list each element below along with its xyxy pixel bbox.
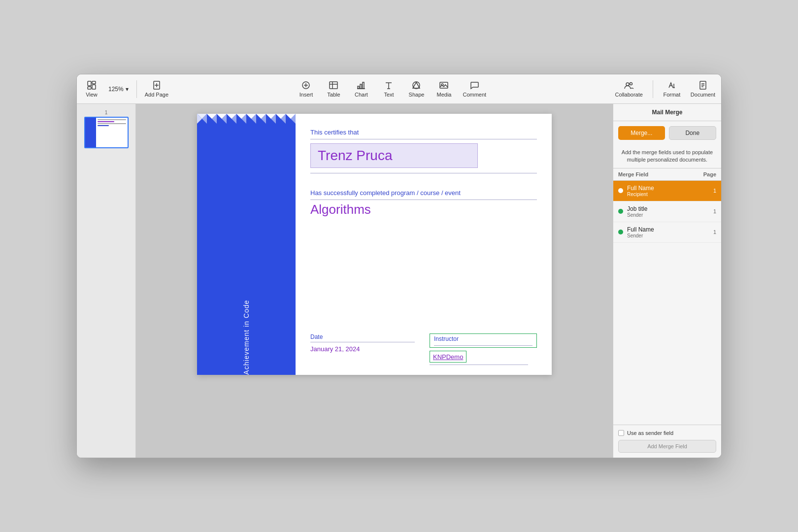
- merge-dot-3: [618, 230, 623, 234]
- certificate: Certificate of Achievement in Code This …: [197, 114, 552, 375]
- mail-merge-buttons: Merge... Done: [613, 121, 721, 145]
- canvas-area[interactable]: Certificate of Achievement in Code This …: [136, 104, 613, 458]
- thumbnail-preview: [84, 117, 129, 148]
- cert-date-label: Date: [310, 333, 415, 342]
- format-button[interactable]: Format: [663, 80, 681, 98]
- view-button[interactable]: View: [83, 80, 100, 98]
- merge-item-name-2: Job title: [627, 205, 713, 212]
- merge-item-sub-2: Sender: [627, 212, 713, 218]
- add-page-button[interactable]: Add Page: [145, 80, 168, 98]
- merge-item-text-2: Job title Sender: [627, 205, 713, 218]
- merge-item-fullname-recipient[interactable]: Full Name Recipient 1: [613, 181, 721, 201]
- thumb-line-1: [98, 119, 126, 120]
- cert-content: This certifies that Trenz Pruca Has succ…: [296, 114, 552, 375]
- app-window: View 125% ▾ Add Page: [76, 74, 722, 458]
- cert-date-section: Date January 21, 2024: [310, 333, 415, 353]
- cert-course-name: Algorithms: [310, 202, 537, 217]
- cert-bottom-section: Date January 21, 2024 Instructor KNPDemo: [310, 333, 537, 365]
- toolbar: View 125% ▾ Add Page: [77, 74, 721, 104]
- merge-item-page-1: 1: [713, 188, 716, 194]
- main-content: 1: [77, 104, 721, 458]
- text-button[interactable]: Text: [380, 80, 398, 98]
- sender-label: Use as sender field: [627, 430, 673, 436]
- use-sender-checkbox[interactable]: [618, 430, 624, 436]
- merge-item-fullname-sender[interactable]: Full Name Sender 1: [613, 222, 721, 243]
- svg-point-24: [626, 83, 629, 86]
- mail-merge-bottom: Use as sender field Add Merge Field: [613, 425, 721, 458]
- cert-instructor-box: Instructor: [430, 333, 537, 348]
- cert-date-value: January 21, 2024: [310, 345, 360, 353]
- merge-item-text-1: Full Name Recipient: [627, 185, 713, 197]
- cert-name-box: Trenz Pruca: [310, 143, 478, 168]
- merge-empty-area: [613, 243, 721, 425]
- toolbar-separator: [136, 80, 137, 98]
- thumb-line-name: [98, 121, 115, 122]
- svg-point-25: [630, 83, 632, 85]
- cert-instructor-value: KNPDemo: [433, 353, 463, 361]
- collaborate-button[interactable]: Collaborate: [615, 80, 643, 98]
- svg-rect-2: [92, 85, 96, 89]
- done-button[interactable]: Done: [669, 126, 717, 140]
- merge-button[interactable]: Merge...: [618, 126, 665, 140]
- merge-item-page-2: 1: [713, 208, 716, 214]
- merge-table-header: Merge Field Page: [613, 168, 721, 181]
- merge-item-sub-3: Sender: [627, 233, 713, 238]
- thumb-blue-bar: [85, 118, 96, 147]
- cert-instructor-underline: [430, 365, 528, 365]
- add-merge-field-button[interactable]: Add Merge Field: [618, 440, 716, 453]
- page-thumbnails-panel: 1: [77, 104, 136, 458]
- merge-page-col-header: Page: [703, 171, 716, 177]
- chart-button[interactable]: Chart: [352, 80, 370, 98]
- merge-item-name-3: Full Name: [627, 226, 713, 233]
- thumb-line-course: [98, 125, 109, 126]
- shape-button[interactable]: Shape: [407, 80, 425, 98]
- page-thumbnail-1[interactable]: 1: [84, 110, 129, 148]
- comment-button[interactable]: Comment: [463, 80, 486, 98]
- svg-rect-10: [330, 82, 337, 89]
- thumb-line-2: [98, 123, 126, 124]
- table-button[interactable]: Table: [325, 80, 342, 98]
- cert-instructor-section: Instructor KNPDemo: [430, 333, 537, 365]
- insert-button[interactable]: Insert: [297, 80, 315, 98]
- svg-rect-14: [360, 84, 362, 89]
- merge-item-text-3: Full Name Sender: [627, 226, 713, 238]
- cert-completed-text: Has successfully completed program / cou…: [310, 189, 537, 200]
- merge-field-col-header: Merge Field: [618, 171, 648, 177]
- merge-item-name-1: Full Name: [627, 185, 713, 192]
- cert-recipient-name: Trenz Pruca: [318, 148, 392, 163]
- thumb-content: [96, 118, 128, 147]
- cert-certifies-text: This certifies that: [310, 129, 537, 139]
- mail-merge-title: Mail Merge: [613, 104, 721, 121]
- merge-dot-2: [618, 209, 623, 214]
- svg-rect-1: [92, 81, 96, 84]
- cert-instructor-line: [434, 345, 532, 346]
- merge-item-sub-1: Recipient: [627, 192, 713, 197]
- svg-rect-15: [363, 82, 364, 89]
- svg-rect-3: [88, 87, 91, 89]
- sender-field-row: Use as sender field: [618, 430, 716, 436]
- merge-item-jobtitle-sender[interactable]: Job title Sender 1: [613, 201, 721, 222]
- zoom-control[interactable]: 125% ▾: [108, 86, 129, 93]
- svg-rect-0: [88, 81, 91, 86]
- mail-merge-description: Add the merge fields used to populate mu…: [613, 145, 721, 168]
- merge-dot-1: [618, 188, 623, 193]
- cert-left-panel: Certificate of Achievement in Code: [197, 114, 296, 375]
- cert-instructor-label: Instructor: [434, 335, 532, 342]
- svg-rect-22: [440, 82, 448, 88]
- merge-item-page-3: 1: [713, 229, 716, 235]
- toolbar-separator-2: [653, 80, 653, 98]
- cert-vertical-title: Certificate of Achievement in Code: [242, 248, 250, 375]
- document-button[interactable]: Document: [691, 80, 715, 98]
- media-button[interactable]: Media: [435, 80, 453, 98]
- page-number-1: 1: [84, 110, 129, 115]
- mail-merge-panel: Mail Merge Merge... Done Add the merge f…: [613, 104, 721, 458]
